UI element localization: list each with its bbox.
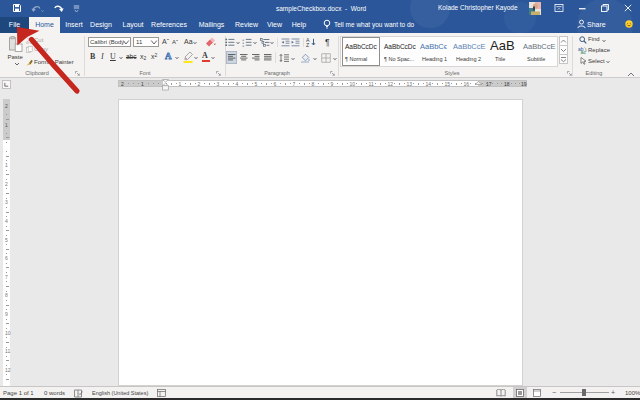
svg-text:Z: Z xyxy=(306,42,309,48)
svg-text:ac: ac xyxy=(581,49,587,54)
